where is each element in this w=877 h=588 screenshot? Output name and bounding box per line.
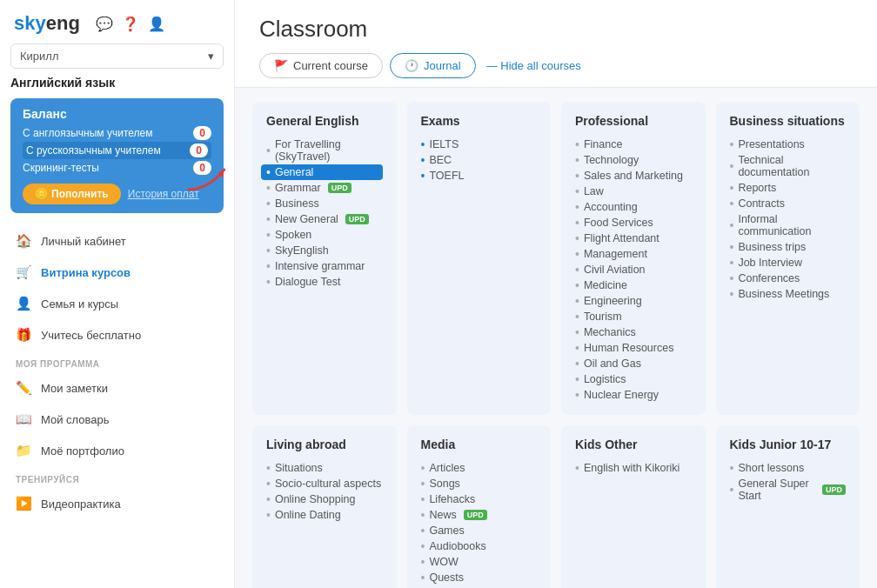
list-item[interactable]: Tourism — [575, 309, 692, 324]
list-item[interactable]: General — [261, 164, 383, 180]
clock-icon: 🕐 — [405, 59, 418, 72]
coin-icon: 🪙 — [35, 188, 48, 200]
list-item[interactable]: Medicine — [575, 277, 692, 293]
gift-icon: 🎁 — [16, 327, 32, 343]
fill-balance-button[interactable]: 🪙 Пополнить — [23, 184, 121, 204]
list-item[interactable]: Business trips — [730, 239, 847, 255]
list-item[interactable]: IELTS — [421, 137, 538, 152]
sidebar-item-courses-label: Витрина курсов — [41, 266, 131, 279]
list-item[interactable]: Articles — [421, 460, 538, 476]
list-item[interactable]: Conferences — [730, 271, 847, 286]
sidebar-item-notes-label: Мои заметки — [41, 382, 108, 395]
course-list-0: For Travelling (SkyTravel)GeneralGrammar… — [266, 137, 383, 290]
page-title: Classroom — [259, 16, 853, 43]
chat-icon[interactable]: 💬 — [96, 16, 113, 32]
current-course-button[interactable]: 🚩 Current course — [259, 53, 383, 78]
list-item[interactable]: Oil and Gas — [575, 356, 692, 371]
journal-button[interactable]: 🕐 Journal — [390, 53, 476, 78]
list-item[interactable]: Civil Aviation — [575, 262, 692, 277]
list-item[interactable]: Spoken — [266, 227, 383, 243]
list-item[interactable]: Short lessons — [730, 460, 847, 476]
list-item[interactable]: Technical documentation — [730, 152, 847, 180]
help-icon[interactable]: ❓ — [122, 16, 139, 32]
list-item[interactable]: English with Kikoriki — [575, 460, 692, 476]
list-item[interactable]: Situations — [266, 460, 383, 476]
list-item[interactable]: Food Services — [575, 215, 692, 231]
list-item[interactable]: Human Resources — [575, 340, 692, 356]
course-card-5: MediaArticlesSongsLifehacksNewsUPDGamesA… — [407, 425, 552, 588]
list-item[interactable]: Games — [421, 523, 538, 538]
course-title-7: Kids Junior 10-17 — [730, 438, 847, 451]
list-item[interactable]: Online Dating — [266, 507, 383, 523]
sidebar-item-family[interactable]: 👤 Семья и курсы — [0, 288, 234, 319]
sidebar-item-free[interactable]: 🎁 Учитесь бесплатно — [0, 319, 234, 351]
list-item[interactable]: Law — [575, 184, 692, 199]
sidebar-item-portfolio[interactable]: 📁 Моё портфолио — [0, 435, 234, 466]
course-list-7: Short lessonsGeneral Super StartUPD — [730, 460, 847, 504]
logo-icons: 💬 ❓ 👤 — [96, 16, 165, 32]
list-item[interactable]: Sales and Marketing — [575, 168, 692, 184]
list-item[interactable]: BEC — [421, 152, 538, 168]
family-icon: 👤 — [16, 296, 32, 311]
list-item[interactable]: Business — [266, 196, 383, 211]
main-content: Classroom 🚩 Current course 🕐 Journal — H… — [235, 0, 877, 588]
list-item[interactable]: Audiobooks — [421, 538, 538, 554]
list-item[interactable]: Flight Attendant — [575, 231, 692, 246]
list-item[interactable]: Finance — [575, 137, 692, 152]
list-item[interactable]: For Travelling (SkyTravel) — [266, 137, 383, 164]
main-toolbar: 🚩 Current course 🕐 Journal — Hide all co… — [259, 53, 853, 78]
list-item[interactable]: Presentations — [730, 137, 847, 152]
sidebar-item-dictionary[interactable]: 📖 Мой словарь — [0, 404, 234, 435]
hide-all-courses-link[interactable]: — Hide all courses — [486, 59, 581, 72]
list-item[interactable]: Songs — [421, 476, 538, 491]
sidebar-item-courses[interactable]: 🛒 Витрина курсов — [0, 257, 234, 288]
list-item[interactable]: WOW — [421, 554, 538, 570]
list-item[interactable]: General Super StartUPD — [730, 476, 847, 504]
portfolio-icon: 📁 — [16, 443, 32, 458]
course-card-6: Kids OtherEnglish with Kikoriki — [561, 425, 706, 588]
sidebar-item-personal-label: Личный кабинет — [41, 235, 126, 248]
sidebar-item-family-label: Семья и курсы — [41, 297, 118, 311]
course-list-6: English with Kikoriki — [575, 460, 692, 476]
list-item[interactable]: Management — [575, 246, 692, 262]
list-item[interactable]: Mechanics — [575, 324, 692, 340]
list-item[interactable]: Logistics — [575, 371, 692, 387]
list-item[interactable]: TOEFL — [421, 168, 538, 184]
balance-val-0: 0 — [193, 126, 211, 140]
list-item[interactable]: Job Interview — [730, 255, 847, 271]
sidebar-logo-area: skyeng 💬 ❓ 👤 — [0, 0, 234, 43]
list-item[interactable]: Online Shopping — [266, 491, 383, 507]
list-item[interactable]: Accounting — [575, 199, 692, 215]
list-item[interactable]: GrammarUPD — [266, 180, 383, 196]
badge-upd: UPD — [822, 484, 846, 495]
list-item[interactable]: Lifehacks — [421, 491, 538, 507]
list-item[interactable]: Reports — [730, 180, 847, 196]
sidebar-item-video[interactable]: ▶️ Видеопрактика — [0, 488, 234, 519]
list-item[interactable]: Engineering — [575, 293, 692, 309]
balance-label-1: С русскоязычным учителем — [26, 144, 161, 157]
chevron-down-icon: ▾ — [208, 50, 214, 63]
list-item[interactable]: NewsUPD — [421, 507, 538, 523]
user-icon[interactable]: 👤 — [148, 16, 165, 32]
balance-box: Баланс С англоязычным учителем 0 С русск… — [10, 98, 224, 213]
username: Кирилл — [20, 50, 59, 63]
sidebar-item-notes[interactable]: ✏️ Мои заметки — [0, 372, 234, 404]
user-dropdown[interactable]: Кирилл ▾ — [10, 43, 224, 69]
list-item[interactable]: Informal communication — [730, 211, 847, 239]
course-title-1: Exams — [421, 114, 538, 128]
sidebar-item-portfolio-label: Моё портфолио — [41, 444, 124, 458]
list-item[interactable]: Socio-cultural aspects — [266, 476, 383, 491]
list-item[interactable]: Nuclear Energy — [575, 387, 692, 403]
list-item[interactable]: Contracts — [730, 196, 847, 211]
list-item[interactable]: SkyEnglish — [266, 243, 383, 258]
list-item[interactable]: Dialogue Test — [266, 274, 383, 290]
list-item[interactable]: Business Meetings — [730, 286, 847, 302]
list-item[interactable]: Technology — [575, 152, 692, 168]
list-item[interactable]: Intensive grammar — [266, 258, 383, 274]
main-header: Classroom 🚩 Current course 🕐 Journal — H… — [235, 0, 877, 88]
list-item[interactable]: New GeneralUPD — [266, 211, 383, 227]
list-item[interactable]: Quests — [421, 570, 538, 585]
course-title-3: Business situations — [730, 114, 847, 128]
course-title-6: Kids Other — [575, 438, 692, 451]
sidebar-item-personal[interactable]: 🏠 Личный кабинет — [0, 225, 234, 257]
